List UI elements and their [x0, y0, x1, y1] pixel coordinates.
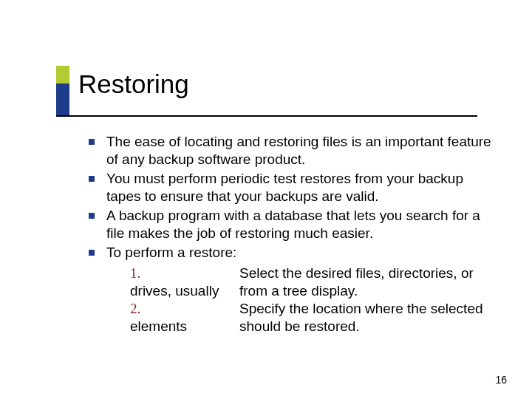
step-number: 1. — [130, 265, 140, 281]
square-bullet-icon — [89, 139, 95, 145]
bullet-list: The ease of locating and restoring files… — [78, 133, 492, 262]
bullet-text: You must perform periodic test restores … — [106, 171, 463, 204]
bullet-text: A backup program with a database that le… — [106, 208, 480, 241]
step-right-text: should be restored. — [239, 318, 492, 335]
step-left-extra: elements — [130, 318, 239, 335]
step-right-text: Select the desired files, directories, o… — [239, 265, 492, 282]
bullet-item: The ease of locating and restoring files… — [78, 133, 492, 168]
accent-bar-top — [56, 66, 69, 83]
step-row: elements should be restored. — [130, 318, 492, 335]
bullet-item: You must perform periodic test restores … — [78, 170, 492, 205]
step-right-text: from a tree display. — [239, 282, 492, 300]
slide-title: Restoring — [78, 69, 189, 99]
bullet-text: The ease of locating and restoring files… — [106, 134, 491, 167]
bullet-text: To perform a restore: — [106, 245, 236, 260]
step-number: 2. — [130, 301, 140, 316]
bullet-item: A backup program with a database that le… — [78, 207, 492, 242]
slide: Restoring The ease of locating and resto… — [0, 0, 532, 399]
title-underline — [56, 115, 477, 117]
accent-bar-bottom — [56, 83, 69, 116]
step-left: 1. — [130, 265, 239, 282]
slide-body: The ease of locating and restoring files… — [78, 133, 492, 335]
step-left: 2. — [130, 300, 239, 318]
step-left-extra: drives, usually — [130, 282, 239, 300]
step-row: 1. Select the desired files, directories… — [130, 265, 492, 282]
square-bullet-icon — [89, 250, 95, 256]
step-row: drives, usually from a tree display. — [130, 282, 492, 300]
step-row: 2. Specify the location where the select… — [130, 300, 492, 318]
step-right-text: Specify the location where the selected — [239, 300, 492, 318]
accent-bar — [56, 66, 69, 116]
steps-block: 1. Select the desired files, directories… — [130, 265, 492, 335]
square-bullet-icon — [89, 176, 95, 182]
page-number: 16 — [495, 374, 507, 386]
bullet-item: To perform a restore: — [78, 244, 492, 262]
square-bullet-icon — [89, 213, 95, 219]
